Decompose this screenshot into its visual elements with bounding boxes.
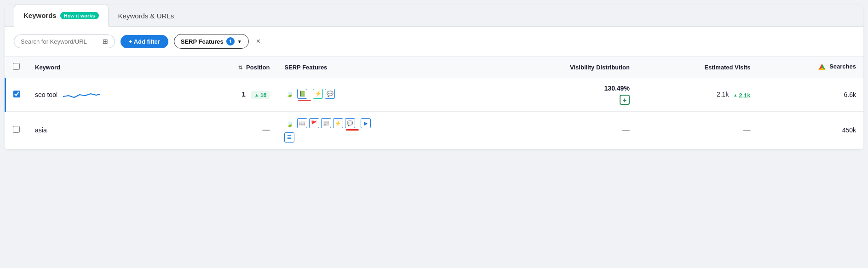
row2-visits-cell: —	[637, 112, 758, 149]
row2-visibility-cell: —	[489, 112, 637, 149]
how-it-works-badge[interactable]: How it works	[60, 12, 99, 19]
select-all-checkbox[interactable]	[13, 63, 20, 70]
toolbar: ⊞ + Add filter SERP Features 1 ▼ ×	[5, 27, 863, 57]
row1-checkbox[interactable]	[13, 91, 20, 97]
tab-keywords[interactable]: Keywords How it works	[14, 5, 109, 27]
table-row: seo tool 1 ▲ 16	[6, 78, 864, 112]
row2-checkbox-cell[interactable]	[6, 112, 28, 149]
row1-serp-icon-chat: 💬	[325, 89, 335, 101]
tab-keywords-urls-label: Keywords & URLs	[118, 12, 174, 20]
row2-searches-value: 450k	[842, 126, 856, 134]
row1-sparkline	[63, 89, 100, 100]
row1-serp-underline	[298, 100, 311, 101]
header-searches: Searches	[758, 57, 863, 78]
search-input-wrap[interactable]: ⊞	[14, 34, 115, 48]
row2-searches-cell: 450k	[758, 112, 863, 149]
header-keyword: Keyword	[28, 57, 186, 78]
row1-visibility-value: 130.49%	[604, 85, 630, 92]
row1-serp-icon-leaf: 🍃	[284, 89, 295, 101]
row2-serp-underline	[346, 129, 359, 131]
row2-position-cell: —	[186, 112, 277, 149]
filter-icon[interactable]: ⊞	[103, 38, 108, 45]
row2-serp-lightning: ⚡	[333, 118, 343, 128]
row1-serp-icon-lightning: ⚡	[313, 89, 323, 101]
row1-position-badge: ▲ 16	[251, 91, 270, 99]
clear-filter-button[interactable]: ×	[254, 36, 262, 46]
row1-plus-badge: +	[620, 95, 630, 105]
row2-serp-leaf: 🍃	[284, 118, 295, 129]
row2-visits-dash: —	[743, 126, 751, 134]
row1-visits-delta: ▲ 2.1k	[733, 92, 750, 99]
header-serp-features: SERP Features	[277, 57, 489, 78]
row1-serp-features-cell: 🍃 📗 ⚡	[277, 78, 489, 112]
row2-position-dash: —	[262, 126, 270, 134]
tab-keywords-urls[interactable]: Keywords & URLs	[109, 5, 184, 26]
row1-keyword-cell: seo tool	[28, 78, 186, 112]
add-filter-button[interactable]: + Add filter	[121, 35, 168, 48]
up-arrow-visits-icon: ▲	[733, 93, 737, 97]
row2-keyword-text: asia	[35, 126, 47, 134]
row2-checkbox[interactable]	[13, 126, 20, 133]
row2-serp-list: ☰	[284, 132, 294, 143]
up-arrow-icon: ▲	[254, 92, 259, 97]
tab-keywords-label: Keywords	[23, 11, 57, 19]
table-header-row: Keyword ⇅ Position SERP Features Visibil…	[6, 57, 864, 78]
google-ads-icon	[818, 63, 826, 71]
table-row: asia — 🍃 📖 🚩	[6, 112, 864, 149]
row1-serp-icon-book: 📗	[297, 89, 311, 101]
add-filter-label: + Add filter	[129, 38, 160, 45]
row1-searches-value: 6.6k	[844, 91, 856, 98]
row1-visibility-cell: 130.49% +	[489, 78, 637, 112]
header-visibility: Visibility Distribution	[489, 57, 637, 78]
row2-serp-chat: 💬	[345, 118, 355, 128]
row1-keyword-text: seo tool	[35, 91, 57, 98]
row1-position-value: 1	[242, 90, 246, 98]
row2-serp-book: 📖	[297, 118, 307, 128]
row2-serp-video: ▶	[361, 118, 371, 128]
row2-visibility-dash: —	[622, 126, 630, 134]
serp-features-label: SERP Features	[181, 38, 224, 45]
row2-serp-features-cell: 🍃 📖 🚩 📰 ⚡ 💬	[277, 112, 489, 149]
header-estimated-visits: Estimated Visits	[637, 57, 758, 78]
row1-checkbox-cell[interactable]	[6, 78, 28, 112]
serp-features-count: 1	[226, 37, 235, 46]
row2-serp-flag: 🚩	[309, 118, 319, 128]
header-checkbox[interactable]	[6, 57, 28, 78]
serp-features-filter[interactable]: SERP Features 1 ▼	[174, 34, 249, 49]
row2-serp-chat-wrap: 💬	[345, 118, 359, 131]
sort-icon: ⇅	[238, 65, 242, 71]
row2-serp-article: 📰	[321, 118, 331, 128]
tabs-bar: Keywords How it works Keywords & URLs	[5, 5, 863, 27]
row1-visits-value: 2.1k	[717, 91, 729, 98]
serp-features-dropdown-icon: ▼	[237, 39, 242, 44]
row1-position-cell: 1 ▲ 16	[186, 78, 277, 112]
search-input[interactable]	[21, 38, 99, 45]
row1-searches-cell: 6.6k	[758, 78, 863, 112]
row1-visits-cell: 2.1k ▲ 2.1k	[637, 78, 758, 112]
row1-position-delta: 16	[260, 92, 266, 98]
row2-keyword-cell: asia	[28, 112, 186, 149]
keywords-table: Keyword ⇅ Position SERP Features Visibil…	[5, 57, 863, 149]
header-position[interactable]: ⇅ Position	[186, 57, 277, 78]
